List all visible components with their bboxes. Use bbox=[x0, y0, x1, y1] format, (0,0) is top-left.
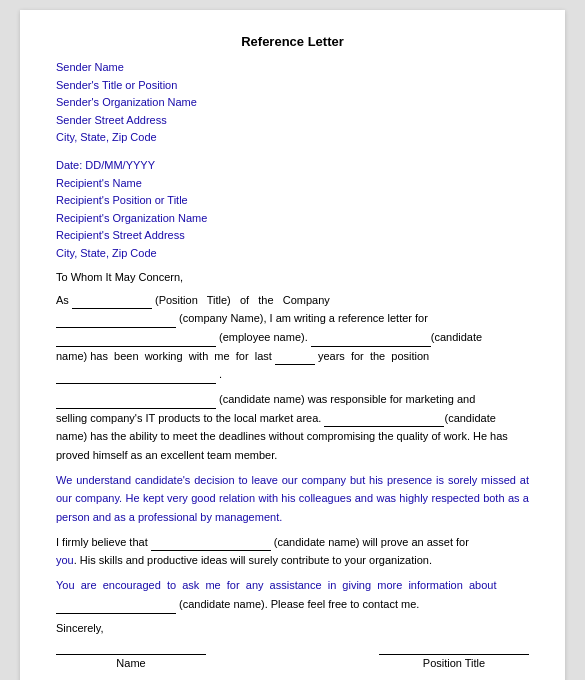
fill-employee bbox=[56, 334, 216, 347]
para2-d: name) has the ability to meet the deadli… bbox=[56, 430, 508, 442]
sender-block: Sender Name Sender's Title or Position S… bbox=[56, 59, 529, 147]
para2-c: (candidate bbox=[444, 412, 495, 424]
para1-as: As bbox=[56, 294, 72, 306]
date-label: Date: DD/MM/YYYY bbox=[56, 157, 529, 175]
para1-name: name) has been working with me for last bbox=[56, 350, 275, 362]
fill-posname bbox=[56, 371, 216, 384]
para1-positiontitle: (Position Title) of the Company bbox=[155, 294, 330, 306]
para1-employee: (employee name). bbox=[219, 331, 311, 343]
fill-position bbox=[72, 296, 152, 309]
signature-row: Name Position Title bbox=[56, 654, 529, 669]
para1-dot: . bbox=[216, 368, 222, 380]
para1-years: years for the position bbox=[315, 350, 429, 362]
sig-title-block: Position Title bbox=[379, 654, 529, 669]
letter-page: Reference Letter Sender Name Sender's Ti… bbox=[20, 10, 565, 680]
body-para1: As (Position Title) of the Company (comp… bbox=[56, 291, 529, 384]
sig-name-label: Name bbox=[116, 657, 145, 669]
sig-name-line bbox=[56, 654, 206, 655]
closing: Sincerely, bbox=[56, 622, 529, 634]
body-para3: We understand candidate's decision to le… bbox=[56, 471, 529, 527]
sig-title-line bbox=[379, 654, 529, 655]
fill-cand5 bbox=[56, 601, 176, 614]
para4-you: you bbox=[56, 554, 74, 566]
body-para5: You are encouraged to ask me for any ass… bbox=[56, 576, 529, 613]
para3-text: We understand candidate's decision to le… bbox=[56, 474, 529, 523]
para5-you: You are encouraged to ask me for any ass… bbox=[56, 579, 496, 591]
fill-cand2 bbox=[56, 396, 216, 409]
para2-b: selling company's IT products to the loc… bbox=[56, 412, 324, 424]
date-recipient-block: Date: DD/MM/YYYY Recipient's Name Recipi… bbox=[56, 157, 529, 263]
fill-cand4 bbox=[151, 538, 271, 551]
sig-name-block: Name bbox=[56, 654, 206, 669]
para1-candidate: (candidate bbox=[431, 331, 482, 343]
para4-a: I firmly believe that bbox=[56, 536, 151, 548]
fill-company bbox=[56, 315, 176, 328]
para4-b: (candidate name) will prove an asset for bbox=[271, 536, 469, 548]
body-para2: (candidate name) was responsible for mar… bbox=[56, 390, 529, 465]
para5-b: (candidate name). Please feel free to co… bbox=[176, 598, 419, 610]
sender-title: Sender's Title or Position bbox=[56, 77, 529, 95]
fill-cand3 bbox=[324, 414, 444, 427]
para2-e: proved himself as an excellent team memb… bbox=[56, 449, 277, 461]
para4-c: . His skills and productive ideas will s… bbox=[74, 554, 432, 566]
fill-years bbox=[275, 352, 315, 365]
recipient-name: Recipient's Name bbox=[56, 175, 529, 193]
recipient-city: City, State, Zip Code bbox=[56, 245, 529, 263]
recipient-org: Recipient's Organization Name bbox=[56, 210, 529, 228]
sender-name: Sender Name bbox=[56, 59, 529, 77]
para1-company: (company Name), I am writing a reference… bbox=[179, 312, 428, 324]
letter-title: Reference Letter bbox=[56, 34, 529, 49]
salutation: To Whom It May Concern, bbox=[56, 271, 529, 283]
sender-org: Sender's Organization Name bbox=[56, 94, 529, 112]
para2-a: (candidate name) was responsible for mar… bbox=[219, 393, 475, 405]
fill-candidate1 bbox=[311, 334, 431, 347]
sig-title-label: Position Title bbox=[423, 657, 485, 669]
body-para4: I firmly believe that (candidate name) w… bbox=[56, 533, 529, 570]
recipient-address: Recipient's Street Address bbox=[56, 227, 529, 245]
recipient-title: Recipient's Position or Title bbox=[56, 192, 529, 210]
sender-city: City, State, Zip Code bbox=[56, 129, 529, 147]
sender-address: Sender Street Address bbox=[56, 112, 529, 130]
